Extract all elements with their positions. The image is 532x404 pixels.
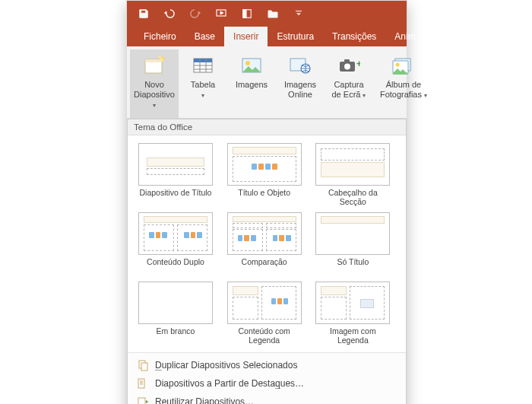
online-images-icon xyxy=(288,54,312,78)
svg-rect-4 xyxy=(145,59,162,62)
photo-album-button[interactable]: Álbum de Fotografias ▾ xyxy=(373,49,434,118)
gallery-title: Tema do Office xyxy=(128,119,406,135)
qat-customize-icon[interactable] xyxy=(293,8,305,20)
menu-item-label: Reutilizar Diapositivos… xyxy=(155,396,254,404)
layout-label: Imagem com Legenda xyxy=(315,326,390,345)
reuse-slides-item[interactable]: Reutilizar Diapositivos… xyxy=(128,393,406,404)
layout-picture-caption[interactable]: Imagem com Legenda xyxy=(315,282,390,345)
images-label: Imagens xyxy=(236,80,268,90)
tab-base[interactable]: Base xyxy=(185,27,224,46)
new-slide-button[interactable]: Novo Diapositivo ▾ xyxy=(130,49,179,118)
slides-from-outline-item[interactable]: Diapositivos a Partir de Destaques… xyxy=(128,374,406,393)
layout-label: Conteúdo Duplo xyxy=(147,257,204,275)
title-bar xyxy=(127,1,407,27)
new-slide-icon xyxy=(142,54,166,78)
tab-inserir[interactable]: Inserir xyxy=(224,27,268,46)
svg-point-9 xyxy=(245,61,250,65)
new-slide-label: Novo Diapositivo ▾ xyxy=(134,80,175,110)
present-from-start-icon[interactable] xyxy=(215,8,227,20)
tab-ficheiro[interactable]: Ficheiro xyxy=(135,27,185,46)
table-button[interactable]: Tabela ▾ xyxy=(179,49,227,118)
layout-label: Conteúdo com Legenda xyxy=(227,326,302,345)
svg-text:+: + xyxy=(356,59,360,69)
images-icon xyxy=(239,54,264,78)
save-icon[interactable] xyxy=(138,8,150,20)
ribbon-tabs: Ficheiro Base Inserir Estrutura Transiçõ… xyxy=(127,27,407,46)
window-icon[interactable] xyxy=(241,8,253,20)
layout-comparison[interactable]: Comparação xyxy=(227,212,302,275)
layout-title-only[interactable]: Só Título xyxy=(315,212,390,275)
svg-rect-2 xyxy=(243,10,246,18)
tab-estrutura[interactable]: Estrutura xyxy=(268,27,323,46)
online-images-label: Imagens Online xyxy=(282,80,318,100)
svg-rect-22 xyxy=(138,398,145,404)
undo-icon[interactable] xyxy=(163,8,176,20)
svg-rect-21 xyxy=(138,379,144,388)
table-icon xyxy=(191,54,215,78)
gallery-footer-menu: Duplicar Diapositivos Selecionados Diapo… xyxy=(128,352,406,404)
duplicate-slides-item[interactable]: Duplicar Diapositivos Selecionados xyxy=(128,356,406,374)
layout-two-content[interactable]: Conteúdo Duplo xyxy=(138,212,213,275)
layout-title-content[interactable]: Título e Objeto xyxy=(227,143,302,206)
screenshot-button[interactable]: + Captura de Ecrã ▾ xyxy=(325,49,373,118)
svg-point-18 xyxy=(396,63,400,67)
layout-title-slide[interactable]: Diapositivo de Título xyxy=(138,143,213,206)
table-label: Tabela xyxy=(191,80,215,89)
layout-content-caption[interactable]: Conteúdo com Legenda xyxy=(227,282,302,345)
tab-animacoes[interactable]: Anim xyxy=(385,27,424,46)
svg-point-14 xyxy=(344,64,350,70)
layout-label: Em branco xyxy=(157,326,195,345)
svg-rect-13 xyxy=(344,59,350,62)
redo-icon xyxy=(189,8,201,20)
layout-grid: Diapositivo de Título Título e Objeto xyxy=(128,135,406,352)
menu-item-label: Duplicar Diapositivos Selecionados xyxy=(155,360,297,371)
tab-transicoes[interactable]: Transições xyxy=(323,27,385,46)
open-folder-icon[interactable] xyxy=(267,8,279,20)
outline-icon xyxy=(137,377,149,390)
camera-icon: + xyxy=(337,54,361,78)
photo-album-label: Álbum de Fotografias xyxy=(380,80,422,99)
layout-label: Título e Objeto xyxy=(238,188,290,206)
images-button[interactable]: Imagens xyxy=(227,49,276,118)
photo-album-icon xyxy=(391,54,416,78)
reuse-icon xyxy=(137,396,149,404)
layout-label: Comparação xyxy=(242,257,287,275)
layout-label: Diapositivo de Título xyxy=(140,188,212,206)
layout-section-header[interactable]: Cabeçalho da Secção xyxy=(315,143,390,206)
online-images-button[interactable]: Imagens Online xyxy=(276,49,325,118)
svg-rect-7 xyxy=(194,59,212,62)
svg-rect-20 xyxy=(141,363,147,371)
ribbon: Novo Diapositivo ▾ Tabela ▾ xyxy=(127,46,407,119)
screenshot-label: Captura de Ecrã xyxy=(332,80,364,99)
new-slide-gallery: Tema do Office Diapositivo de Título xyxy=(127,119,407,404)
menu-item-label: Diapositivos a Partir de Destaques… xyxy=(155,378,304,389)
layout-label: Só Título xyxy=(337,257,369,275)
layout-label: Cabeçalho da Secção xyxy=(315,188,390,206)
duplicate-icon xyxy=(137,359,149,371)
layout-blank[interactable]: Em branco xyxy=(138,282,213,345)
